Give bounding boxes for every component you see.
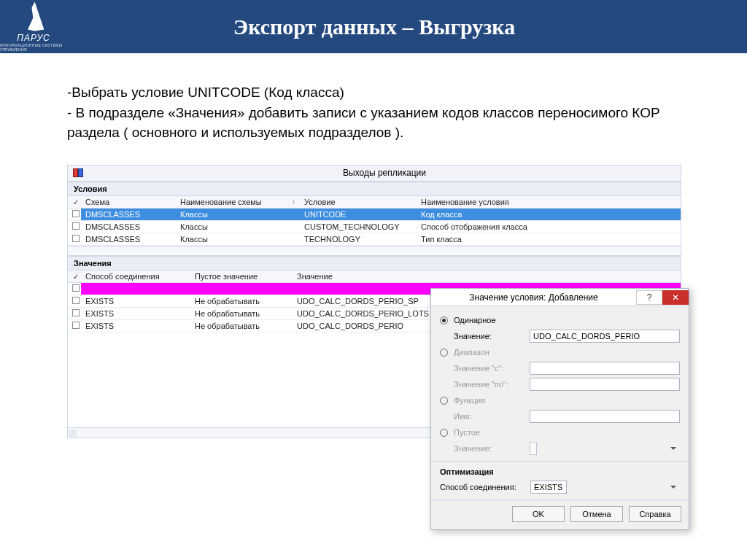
ok-button[interactable]: OK [512,506,565,522]
brand-logo: ПАРУС ИНФОРМАЦИОННЫЕ СИСТЕМЫ УПРАВЛЕНИЯ [0,0,67,53]
radio-range[interactable] [440,349,448,357]
instruction-line: - В подразделе «Значения» добавить запис… [67,103,680,143]
check-col-header: ✓ [68,196,81,209]
radio-empty[interactable] [440,429,448,437]
app-title: Выходы репликации [88,168,681,178]
radio-single[interactable] [440,316,448,324]
row-checkbox[interactable] [72,322,80,329]
row-checkbox[interactable] [72,235,80,242]
to-input[interactable] [530,378,680,391]
radio-single-label: Одинарное [454,316,496,324]
name-input[interactable] [530,410,680,423]
name-label: Имя: [454,412,524,421]
row-checkbox[interactable] [72,284,80,292]
sort-down-icon: ↓ [293,198,296,205]
join-label: Способ соединения: [440,483,525,491]
slide-banner: ПАРУС ИНФОРМАЦИОННЫЕ СИСТЕМЫ УПРАВЛЕНИЯ … [0,0,747,53]
row-checkbox[interactable] [72,222,80,230]
radio-function-label: Функция [454,396,485,405]
conditions-section-label: Условия [68,182,681,196]
values-header-row: ✓ Способ соединения Пустое значение Знач… [68,271,681,283]
app-titlebar: Выходы репликации [68,166,681,182]
cancel-button[interactable]: Отмена [570,506,623,522]
horizontal-scrollbar[interactable] [68,246,681,256]
radio-range-label: Диапазон [454,348,489,357]
table-row[interactable]: DMSCLASSES Классы UNITCODE Код класса [68,208,681,220]
logo-label: ПАРУС [17,33,50,43]
logo-subtitle: ИНФОРМАЦИОННЫЕ СИСТЕМЫ УПРАВЛЕНИЯ [0,43,67,52]
radio-function[interactable] [440,397,448,405]
instruction-line: -Выбрать условие UNITCODE (Код класса) [67,82,680,103]
join-select[interactable]: EXISTS [530,481,567,494]
col-join[interactable]: Способ соединения [81,271,190,283]
value-input[interactable] [530,330,680,343]
row-checkbox[interactable] [72,297,80,304]
close-button[interactable]: ✕ [662,290,689,305]
from-label: Значение "с": [454,364,524,373]
col-schema-name[interactable]: Наименование схемы↓ [176,196,300,209]
value-label: Значение: [454,332,524,341]
from-input[interactable] [530,362,680,375]
col-condition[interactable]: Условие [300,196,417,209]
to-label: Значение "по": [454,380,524,389]
col-empty[interactable]: Пустое значение [190,271,293,283]
help-button[interactable]: ? [636,290,662,305]
optimization-header: Оптимизация [440,466,680,479]
col-value[interactable]: Значение [293,271,681,283]
row-checkbox[interactable] [72,309,80,316]
value-condition-dialog: Значение условия: Добавление ? ✕ Одинарн… [430,288,689,530]
table-row[interactable]: DMSCLASSES Классы CUSTOM_TECHNOLOGY Спос… [68,220,681,233]
col-condition-name[interactable]: Наименование условия [417,196,681,209]
empty-value-select[interactable] [530,442,537,455]
values-section-label: Значения [68,256,681,271]
dialog-titlebar[interactable]: Значение условия: Добавление ? ✕ [431,289,689,306]
conditions-header-row: ✓ Схема Наименование схемы↓ Условие Наим… [68,196,681,209]
col-schema[interactable]: Схема [81,196,176,209]
flags-icon[interactable] [68,168,88,177]
table-row[interactable]: DMSCLASSES Классы TECHNOLOGY Тип класса [68,233,681,245]
instruction-text: -Выбрать условие UNITCODE (Код класса) -… [0,53,747,158]
logo-sail-icon [22,2,45,31]
dialog-title: Значение условия: Добавление [431,292,636,303]
slide-title: Экспорт данных – Выгрузка [67,15,747,39]
radio-empty-label: Пустое [454,428,480,437]
row-checkbox[interactable] [72,210,80,217]
conditions-table[interactable]: ✓ Схема Наименование схемы↓ Условие Наим… [68,196,681,246]
help-ref-button[interactable]: Справка [629,506,681,522]
check-col-header: ✓ [72,273,80,281]
empty-value-label: Значение: [454,444,524,453]
